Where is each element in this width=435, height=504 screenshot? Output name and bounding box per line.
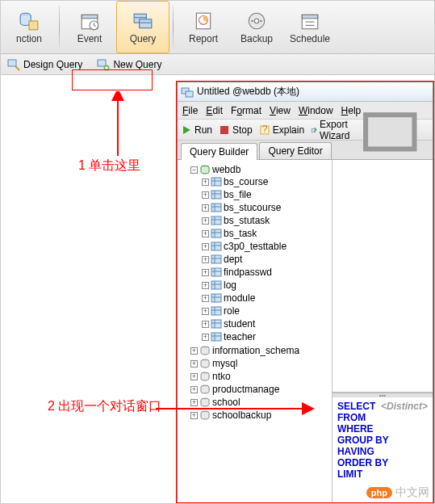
table-icon [211, 189, 222, 200]
database-icon [199, 384, 211, 395]
svg-rect-19 [8, 60, 16, 66]
svg-rect-39 [211, 216, 221, 225]
menu-format[interactable]: Format [231, 105, 261, 116]
expand-icon[interactable]: + [190, 360, 198, 368]
expand-icon[interactable]: + [202, 204, 209, 212]
expand-icon[interactable]: + [202, 321, 209, 328]
toolbar-schedule[interactable]: Schedule [283, 1, 337, 53]
svg-rect-60 [211, 307, 221, 315]
tree-db-label: mysql [212, 358, 237, 369]
tree-table[interactable]: +bs_stucourse [202, 202, 330, 213]
toolbar-query[interactable]: Query [116, 1, 169, 53]
expand-icon[interactable]: + [202, 178, 209, 186]
expand-icon[interactable]: + [202, 282, 209, 289]
toolbar-schedule-label: Schedule [290, 33, 330, 44]
expand-icon[interactable]: + [202, 191, 209, 199]
tree-table-label: module [224, 292, 255, 304]
tree-table[interactable]: +role [202, 305, 330, 317]
tree-table[interactable]: +student [202, 318, 330, 330]
tab-query-editor[interactable]: Query Editor [259, 142, 331, 159]
menu-file[interactable]: File [182, 105, 198, 116]
tree-db[interactable]: +school [190, 397, 330, 408]
menu-edit[interactable]: Edit [206, 105, 223, 116]
separator [59, 6, 60, 48]
tree-table[interactable]: +bs_stutask [202, 215, 330, 226]
expand-icon[interactable]: + [202, 334, 209, 341]
schema-tree-pane[interactable]: − webdb +bs_course+bs_file+bs_stucourse+… [178, 160, 333, 502]
expand-icon[interactable]: + [202, 243, 209, 250]
export-label: Export Wizard [320, 119, 354, 141]
expand-icon[interactable]: + [202, 256, 209, 263]
tree-table-label: bs_task [224, 228, 257, 239]
expand-icon[interactable]: + [202, 217, 209, 225]
tree-table[interactable]: +log [202, 279, 330, 291]
toolbar-event[interactable]: Event [63, 1, 116, 53]
dropdown-separator-icon[interactable] [361, 95, 429, 164]
tree-db[interactable]: +information_schema [190, 345, 330, 356]
menu-help[interactable]: Help [341, 105, 362, 116]
explain-icon: ? [259, 124, 270, 136]
tab-query-builder[interactable]: Query Builder [181, 143, 257, 160]
sql-limit: LIMIT [337, 468, 428, 480]
schedule-icon [299, 10, 320, 32]
tree-table[interactable]: +teacher [202, 331, 330, 342]
svg-rect-1 [29, 21, 38, 30]
tree-db[interactable]: +productmanage [190, 384, 330, 395]
database-icon [199, 345, 211, 356]
toolbar-connection[interactable]: nction [2, 1, 56, 53]
run-button[interactable]: Run [181, 124, 212, 136]
tree-db[interactable]: +ntko [190, 371, 330, 382]
expand-icon[interactable]: + [202, 295, 209, 302]
collapse-icon[interactable]: − [190, 166, 198, 174]
tree-table[interactable]: +findpasswd [202, 267, 330, 278]
table-icon [211, 202, 222, 213]
tree-db-label: school [212, 397, 241, 408]
annotation-step2: 2 出现一个对话窗口 [48, 398, 161, 415]
svg-point-14 [260, 19, 261, 21]
tree-table[interactable]: +bs_task [202, 228, 330, 239]
table-icon [211, 254, 222, 265]
new-query-button[interactable]: New Query [94, 57, 165, 73]
toolbar-backup[interactable]: Backup [230, 1, 283, 53]
annotation-step1: 1 单击这里 [78, 158, 140, 174]
design-query-icon [7, 58, 20, 71]
expand-icon[interactable]: + [190, 386, 198, 393]
expand-icon[interactable]: + [202, 308, 209, 315]
tree-db[interactable]: +schoolbackup [190, 410, 330, 421]
expand-icon[interactable]: + [190, 399, 198, 406]
toolbar-report[interactable]: Report [177, 1, 230, 53]
tree-table[interactable]: +bs_course [202, 176, 330, 187]
tree-db[interactable]: +mysql [190, 358, 330, 369]
tree-db-label: productmanage [212, 384, 279, 395]
database-icon [199, 358, 211, 369]
tree-table[interactable]: +c3p0_testtable [202, 241, 330, 252]
expand-icon[interactable]: + [190, 412, 198, 419]
dialog-action-bar: Run Stop ? Explain Export Wizard [178, 120, 433, 141]
stop-button[interactable]: Stop [219, 124, 253, 136]
export-wizard-button[interactable]: Export Wizard [311, 119, 354, 141]
menu-window[interactable]: Window [299, 105, 333, 116]
explain-button[interactable]: ? Explain [259, 124, 304, 136]
new-query-label: New Query [113, 59, 161, 70]
expand-icon[interactable]: + [202, 230, 209, 237]
sub-toolbar: Design Query New Query [1, 54, 434, 75]
report-icon [193, 10, 214, 32]
expand-icon[interactable]: + [202, 269, 209, 276]
tree-table[interactable]: +bs_file [202, 189, 330, 200]
toolbar-event-label: Event [77, 33, 102, 44]
database-icon [199, 410, 211, 421]
query-canvas[interactable] [333, 160, 433, 393]
tree-table[interactable]: +module [202, 292, 330, 304]
tree-table-label: c3p0_testtable [224, 241, 287, 252]
toolbar-report-label: Report [189, 33, 218, 44]
expand-icon[interactable]: + [190, 373, 198, 380]
menu-view[interactable]: View [270, 105, 291, 116]
design-query-button[interactable]: Design Query [4, 57, 86, 73]
dialog-title-text: Untitled @webdb (本地) [197, 85, 299, 99]
expand-icon[interactable]: + [190, 347, 198, 355]
tree-table[interactable]: +dept [202, 254, 330, 265]
new-query-icon [97, 58, 110, 71]
tree-db-webdb[interactable]: − webdb [190, 164, 330, 175]
backup-icon [246, 10, 267, 32]
database-icon [199, 397, 211, 408]
